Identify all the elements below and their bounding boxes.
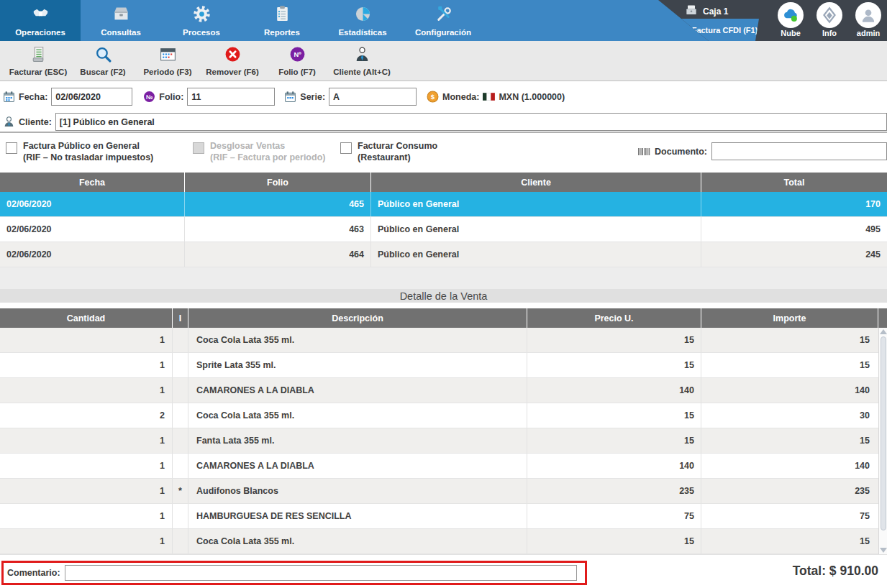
folio-button[interactable]: Nº Folio (F7) (265, 45, 329, 76)
cell-i: * (173, 479, 188, 503)
handshake-icon (31, 4, 50, 27)
cell-i (173, 378, 188, 403)
form-row-2: Cliente: (3, 111, 887, 133)
archive-drawer-icon (112, 4, 131, 27)
cell-descripcion: Coca Cola Lata 355 ml. (188, 328, 527, 352)
detail-row[interactable]: 1 Fanta Lata 355 ml. 15 15 (0, 428, 878, 454)
column-header-total[interactable]: Total (701, 173, 887, 192)
tools-icon (434, 4, 453, 27)
diamond-icon (817, 2, 842, 28)
detail-row[interactable]: 1 Coca Cola Lata 355 ml. 15 15 (0, 328, 878, 353)
nav-item-configuracion[interactable]: Configuración (403, 0, 483, 41)
cell-importe: 140 (701, 454, 878, 478)
admin-button[interactable]: admin (855, 2, 881, 37)
calendar-small-icon (284, 91, 296, 103)
cell-cantidad: 1 (0, 454, 173, 478)
cell-importe: 15 (701, 428, 878, 453)
nav-item-estadisticas[interactable]: Estadísticas (322, 0, 403, 41)
invoices-table-body: 02/06/2020 465 Público en General 170 02… (0, 192, 887, 267)
nav-label: Reportes (264, 28, 300, 37)
periodo-button[interactable]: Periodo (F3) (135, 45, 200, 76)
cell-cantidad: 1 (0, 479, 173, 503)
cell-i (173, 454, 188, 478)
cell-cantidad: 2 (0, 403, 173, 428)
buscar-label: Buscar (F2) (80, 68, 125, 76)
column-header-precio[interactable]: Precio U. (527, 308, 701, 328)
documento-label: Documento: (655, 147, 707, 157)
checkbox-facturar-consumo[interactable]: Facturar Consumo (Restaurant) (340, 140, 437, 164)
detail-row[interactable]: 1 * Audifonos Blancos 235 235 (0, 479, 878, 504)
invoice-row[interactable]: 02/06/2020 464 Público en General 245 (0, 242, 887, 267)
cell-precio: 15 (527, 403, 701, 428)
cell-importe: 235 (701, 479, 878, 503)
cliente-button[interactable]: Cliente (Alt+C) (329, 45, 394, 76)
cell-precio: 75 (527, 504, 701, 528)
cell-importe: 15 (701, 353, 878, 377)
cell-cantidad: 1 (0, 529, 173, 553)
serie-input[interactable] (329, 88, 417, 106)
checkbox-box-disabled (193, 142, 204, 154)
info-button[interactable]: Info (817, 2, 842, 37)
comentario-input[interactable] (65, 565, 577, 581)
cliente-toolbar-label: Cliente (Alt+C) (333, 68, 391, 76)
checkbox-box[interactable] (6, 142, 17, 154)
fecha-label: Fecha: (19, 92, 47, 102)
checkbox-label: Factura Público en General (RIF – No tra… (23, 140, 153, 164)
cell-folio: 465 (185, 192, 371, 216)
nav-label: Operaciones (15, 28, 65, 37)
nube-label: Nube (781, 29, 801, 37)
fecha-input[interactable] (51, 88, 132, 106)
nube-button[interactable]: Nube (778, 2, 804, 37)
calendar-small-icon (3, 91, 15, 103)
column-header-cliente[interactable]: Cliente (371, 173, 701, 192)
cell-importe: 15 (701, 529, 878, 553)
checkbox-factura-publico[interactable]: Factura Público en General (RIF – No tra… (6, 140, 153, 164)
detail-row[interactable]: 2 Coca Cola Lata 355 ml. 15 30 (0, 403, 878, 428)
column-header-fecha[interactable]: Fecha (0, 173, 185, 192)
checkbox-box[interactable] (340, 142, 352, 154)
caja-label: Caja 1 (703, 6, 728, 17)
remover-button[interactable]: Remover (F6) (200, 45, 265, 76)
detail-row[interactable]: 1 HAMBURGUESA DE RES SENCILLA 75 75 (0, 504, 878, 529)
facturar-button[interactable]: Facturar (ESC) (6, 45, 70, 76)
nav-item-operaciones[interactable]: Operaciones (0, 0, 81, 41)
column-header-folio[interactable]: Folio (185, 173, 371, 192)
factura-cfdi-tab[interactable]: Factura CFDI (F1) (664, 19, 759, 41)
column-header-importe[interactable]: Importe (701, 308, 878, 328)
scroll-up-arrow-icon[interactable] (880, 329, 887, 334)
nav-item-reportes[interactable]: Reportes (242, 0, 322, 41)
info-label: Info (822, 29, 837, 37)
column-header-descripcion[interactable]: Descripción (188, 308, 527, 328)
documento-input[interactable] (711, 142, 887, 160)
caja-indicator: Caja 1 (684, 4, 728, 19)
nav-item-consultas[interactable]: Consultas (81, 0, 161, 41)
cell-cantidad: 1 (0, 328, 173, 352)
buscar-button[interactable]: Buscar (F2) (70, 45, 135, 76)
nav-label: Configuración (415, 28, 471, 37)
invoice-row[interactable]: 02/06/2020 465 Público en General 170 (0, 192, 887, 217)
invoice-icon (29, 45, 47, 66)
person-small-icon (3, 116, 15, 128)
scrollbar-thumb[interactable] (881, 336, 886, 530)
nav-item-procesos[interactable]: Procesos (161, 0, 242, 41)
column-header-i[interactable]: I (173, 308, 188, 328)
detail-row[interactable]: 1 Sprite Lata 355 ml. 15 15 (0, 353, 878, 378)
invoice-row[interactable]: 02/06/2020 463 Público en General 495 (0, 217, 887, 242)
folio-input[interactable] (187, 88, 275, 106)
cell-descripcion: HAMBURGUESA DE RES SENCILLA (188, 504, 527, 528)
documento-group: Documento: (637, 142, 887, 160)
cliente-group: Cliente: (3, 113, 887, 131)
cell-descripcion: Coca Cola Lata 355 ml. (188, 403, 527, 428)
detail-row[interactable]: 1 CAMARONES A LA DIABLA 140 140 (0, 454, 878, 479)
column-header-cantidad[interactable]: Cantidad (0, 308, 173, 328)
cliente-input[interactable] (55, 113, 887, 131)
vertical-scrollbar[interactable] (878, 328, 887, 554)
comentario-highlight-box: Comentario: (1, 561, 587, 585)
detail-row[interactable]: 1 Coca Cola Lata 355 ml. 15 15 (0, 529, 878, 554)
periodo-label: Periodo (F3) (143, 68, 191, 76)
scroll-down-arrow-icon[interactable] (880, 548, 887, 553)
invoices-table-header: Fecha Folio Cliente Total (0, 173, 887, 192)
cell-precio: 15 (527, 428, 701, 453)
detail-row[interactable]: 1 CAMARONES A LA DIABLA 140 140 (0, 378, 878, 403)
coin-icon: $ (427, 91, 439, 103)
